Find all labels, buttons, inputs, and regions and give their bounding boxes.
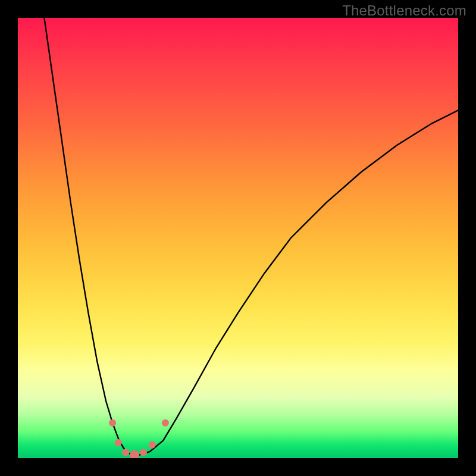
marker-dot	[109, 419, 116, 427]
chart-frame: TheBottleneck.com	[0, 0, 476, 476]
marker-dot	[162, 419, 169, 427]
curve-svg	[18, 18, 458, 458]
marker-dot	[149, 441, 156, 449]
marker-dot	[130, 450, 139, 458]
marker-dot	[140, 449, 147, 456]
plot-area	[18, 18, 458, 458]
watermark-text: TheBottleneck.com	[342, 2, 466, 19]
marker-dot	[115, 439, 122, 446]
bottleneck-curve	[44, 18, 458, 455]
marker-dot	[122, 449, 129, 456]
